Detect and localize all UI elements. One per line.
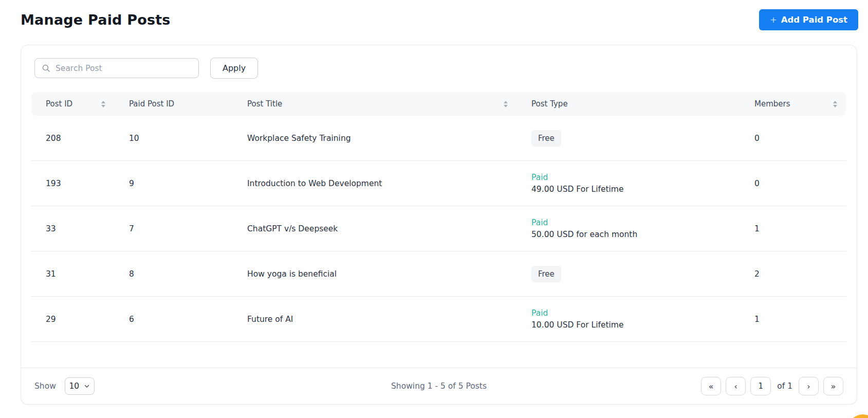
page-size-select[interactable]: 10 <box>65 377 95 395</box>
plus-icon: + <box>770 15 777 25</box>
add-paid-post-button[interactable]: + Add Paid Post <box>759 9 858 30</box>
column-header-label: Post Title <box>247 99 282 108</box>
cell-post-type: Paid49.00 USD For Lifetime <box>517 173 740 194</box>
chat-widget-button[interactable] <box>848 414 868 418</box>
column-header-paid-post-id: Paid Post ID <box>115 99 233 108</box>
cell-post-id: 29 <box>31 315 115 324</box>
paid-posts-card: Apply Post IDPaid Post IDPost TitlePost … <box>21 45 857 405</box>
results-summary: Showing 1 - 5 of 5 Posts <box>391 381 487 391</box>
cell-post-id: 33 <box>31 224 115 233</box>
cell-post-title: How yoga is beneficial <box>233 269 517 279</box>
cell-post-title: Workplace Safety Training <box>233 134 517 143</box>
column-header-post-title[interactable]: Post Title <box>233 99 517 108</box>
price-label: 10.00 USD For Lifetime <box>531 320 731 330</box>
search-input[interactable] <box>34 58 199 78</box>
cell-post-type: Paid10.00 USD For Lifetime <box>517 308 740 330</box>
table-row: 318How yoga is beneficialFree2 <box>31 251 846 297</box>
column-header-label: Post Type <box>531 99 568 108</box>
page-size-value: 10 <box>69 381 79 391</box>
table-row: 20810Workplace Safety TrainingFree0 <box>31 116 846 161</box>
first-page-button[interactable]: « <box>701 377 721 395</box>
posts-table: Post IDPaid Post IDPost TitlePost TypeMe… <box>31 92 846 368</box>
show-label: Show <box>34 381 56 391</box>
cell-paid-post-id: 7 <box>115 224 233 233</box>
column-header-post-type: Post Type <box>517 99 740 108</box>
column-header-label: Post ID <box>46 99 72 108</box>
page-count-label: of 1 <box>777 381 792 391</box>
table-body: 20810Workplace Safety TrainingFree01939I… <box>31 116 846 342</box>
post-type-paid: Paid50.00 USD for each month <box>531 218 731 239</box>
cell-post-title: ChatGPT v/s Deepseek <box>233 224 517 233</box>
cell-members: 0 <box>740 179 846 188</box>
topbar: Manage Paid Posts + Add Paid Post <box>0 0 868 30</box>
cell-post-type: Free <box>517 130 740 147</box>
sort-icon <box>833 101 837 107</box>
table-row: 1939Introduction to Web DevelopmentPaid4… <box>31 161 846 206</box>
table-header-row: Post IDPaid Post IDPost TitlePost TypeMe… <box>31 92 846 116</box>
cell-paid-post-id: 8 <box>115 269 233 279</box>
column-header-members[interactable]: Members <box>740 99 846 108</box>
page-size-group: Show 10 <box>34 377 95 395</box>
table-footer: Show 10 Showing 1 - 5 of 5 Posts « ‹ of … <box>21 368 857 404</box>
cell-post-title: Future of AI <box>233 315 517 324</box>
cell-members: 1 <box>740 224 846 233</box>
table-row: 337ChatGPT v/s DeepseekPaid50.00 USD for… <box>31 206 846 251</box>
column-header-label: Paid Post ID <box>129 99 174 108</box>
cell-post-title: Introduction to Web Development <box>233 179 517 188</box>
filter-bar: Apply <box>21 45 857 79</box>
search-icon <box>42 64 50 72</box>
cell-post-id: 31 <box>31 269 115 279</box>
cell-post-type: Paid50.00 USD for each month <box>517 218 740 239</box>
cell-post-id: 193 <box>31 179 115 188</box>
cell-members: 0 <box>740 134 846 143</box>
column-header-post-id[interactable]: Post ID <box>31 99 115 108</box>
cell-paid-post-id: 9 <box>115 179 233 188</box>
table-row: 296Future of AIPaid10.00 USD For Lifetim… <box>31 297 846 342</box>
search-box <box>34 58 199 78</box>
last-page-button[interactable]: » <box>823 377 843 395</box>
current-page-input[interactable] <box>750 377 771 395</box>
page-title: Manage Paid Posts <box>21 12 171 28</box>
cell-members: 1 <box>740 315 846 324</box>
post-type-paid: Paid10.00 USD For Lifetime <box>531 308 731 330</box>
price-label: 49.00 USD For Lifetime <box>531 185 731 194</box>
pagination: « ‹ of 1 › » <box>701 377 843 395</box>
sort-icon <box>504 101 508 107</box>
add-paid-post-label: Add Paid Post <box>781 15 847 25</box>
sort-icon <box>101 101 105 107</box>
post-type-paid: Paid49.00 USD For Lifetime <box>531 173 731 194</box>
cell-post-type: Free <box>517 266 740 282</box>
chevron-down-icon <box>84 383 90 389</box>
post-type-free-badge: Free <box>531 130 561 147</box>
next-page-button[interactable]: › <box>799 377 819 395</box>
prev-page-button[interactable]: ‹ <box>726 377 746 395</box>
price-label: 50.00 USD for each month <box>531 230 731 239</box>
cell-members: 2 <box>740 269 846 279</box>
apply-button[interactable]: Apply <box>210 58 258 79</box>
paid-label: Paid <box>531 218 731 227</box>
column-header-label: Members <box>754 99 790 108</box>
cell-paid-post-id: 6 <box>115 315 233 324</box>
post-type-free-badge: Free <box>531 266 561 282</box>
paid-label: Paid <box>531 308 731 318</box>
cell-paid-post-id: 10 <box>115 134 233 143</box>
paid-label: Paid <box>531 173 731 182</box>
cell-post-id: 208 <box>31 134 115 143</box>
